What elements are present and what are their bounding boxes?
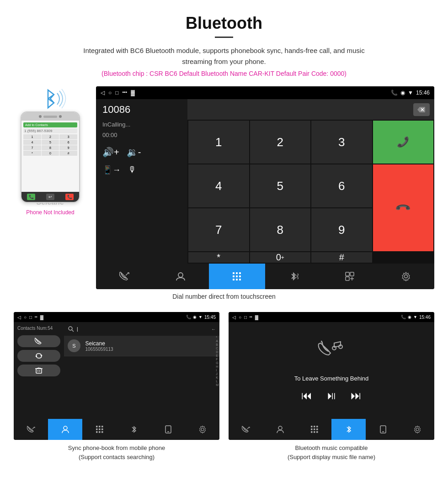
svg-point-32 <box>69 327 72 330</box>
mn-phone2[interactable] <box>366 419 400 440</box>
car-dialpad: 1 2 3 📞 4 5 6 📞 7 8 <box>187 99 434 264</box>
contact-list-item[interactable]: S Seicane 10655059113 <box>64 336 219 356</box>
volume-controls: 🔊+ 🔉- <box>102 147 181 158</box>
nav-settings-icon[interactable] <box>378 264 434 289</box>
call-accept-button[interactable]: 📞 <box>373 121 434 164</box>
mute-icon[interactable]: 🎙 <box>128 165 136 175</box>
phone-status-icon: 📞 <box>391 90 398 96</box>
dial-key-2[interactable]: 2 <box>250 121 311 164</box>
signal-bars: ▪▪▪ <box>123 90 128 96</box>
statusbar-left: ◁ ○ □ ▪▪▪ ▓ <box>101 90 135 96</box>
cn-phone2[interactable] <box>151 419 185 440</box>
cn-contacts-active[interactable] <box>48 419 82 440</box>
backspace-button[interactable] <box>413 103 430 116</box>
svg-rect-17 <box>346 272 349 276</box>
playpause-button[interactable]: ⏯ <box>326 389 337 402</box>
cs-back[interactable]: ◁ <box>17 315 21 320</box>
svg-rect-37 <box>99 426 101 428</box>
dial-key-3[interactable]: 3 <box>311 121 372 164</box>
dialpad-input-row <box>187 99 434 120</box>
call-action-btn[interactable] <box>17 335 60 347</box>
dial-key-0plus[interactable]: 0+ <box>250 252 311 263</box>
svg-rect-43 <box>99 431 101 433</box>
bluetooth-waves-icon <box>37 86 69 111</box>
svg-rect-10 <box>239 272 241 274</box>
ms-time: 15:46 <box>419 315 431 320</box>
bluetooth-icon-area <box>37 86 64 109</box>
cs-wifi: ▼ <box>198 315 203 319</box>
sync-action-btn[interactable] <box>17 350 60 362</box>
mn-bluetooth-active[interactable] <box>331 419 366 440</box>
car-statusbar: ◁ ○ □ ▪▪▪ ▓ 📞 ◉ ▼ 15:46 <box>96 86 434 99</box>
nav-phone-icon[interactable] <box>96 264 152 289</box>
music-bottom-nav <box>229 419 434 440</box>
dial-key-5[interactable]: 5 <box>250 164 311 207</box>
volume-up-icon[interactable]: 🔊+ <box>102 147 119 158</box>
dial-key-1[interactable]: 1 <box>188 121 249 164</box>
cn-bluetooth[interactable] <box>117 419 151 440</box>
mn-phone[interactable] <box>229 419 263 440</box>
svg-rect-12 <box>236 275 238 277</box>
svg-point-22 <box>405 275 408 278</box>
contacts-main-wrapper: | ← S Seicane 10655059113 <box>64 322 219 419</box>
nav-apps-icon[interactable] <box>321 264 378 289</box>
bottom-controls: 📱→ 🎙 <box>102 165 181 175</box>
dial-key-8[interactable]: 8 <box>250 208 311 251</box>
dialed-number: 10086 <box>102 104 181 116</box>
svg-point-7 <box>178 273 183 277</box>
mn-dialpad[interactable] <box>297 419 331 440</box>
dial-key-6[interactable]: 6 <box>311 164 372 207</box>
contacts-screenshot-block: ◁ ○ □ ▪▪ ▓ 📞 ◉ ▼ 15:45 Contacts Num:54 <box>14 312 219 465</box>
svg-point-47 <box>201 428 204 431</box>
mn-settings[interactable] <box>400 419 434 440</box>
home-icon[interactable]: ○ <box>108 90 112 96</box>
ms-wifi: ▼ <box>413 315 417 319</box>
dial-key-7[interactable]: 7 <box>188 208 249 251</box>
dial-key-9[interactable]: 9 <box>311 208 372 251</box>
contacts-count: Contacts Num:54 <box>17 326 60 331</box>
svg-rect-14 <box>233 279 235 280</box>
cs-recents[interactable]: □ <box>29 315 32 320</box>
dial-key-hash[interactable]: # <box>311 252 372 263</box>
back-icon[interactable]: ◁ <box>101 90 105 96</box>
svg-rect-44 <box>101 431 103 433</box>
svg-rect-54 <box>314 426 315 428</box>
svg-rect-40 <box>99 428 101 430</box>
cs-home[interactable]: ○ <box>24 315 27 320</box>
prev-button[interactable]: ⏮ <box>301 389 312 402</box>
volume-down-icon[interactable]: 🔉- <box>127 147 141 158</box>
ms-back[interactable]: ◁ <box>232 315 236 320</box>
nav-bluetooth-icon[interactable] <box>265 264 321 289</box>
call-end-button[interactable]: 📞 <box>373 164 434 251</box>
cn-dialpad[interactable] <box>82 419 117 440</box>
ms-home[interactable]: ○ <box>239 315 241 320</box>
ms-phone-icon: 📞 <box>401 315 406 319</box>
calling-status: InCalling... <box>102 121 181 128</box>
ms-recents[interactable]: □ <box>244 315 247 320</box>
svg-rect-41 <box>101 428 103 430</box>
music-body: To Leave Something Behind ⏮ ⏯ ⏭ <box>229 322 434 419</box>
dial-key-star[interactable]: * <box>188 252 249 263</box>
recents-icon[interactable]: □ <box>115 90 118 96</box>
cn-settings[interactable] <box>185 419 219 440</box>
cn-phone[interactable] <box>14 419 48 440</box>
contact-name: Seicane <box>85 340 113 347</box>
car-left-panel: 10086 InCalling... 00:00 🔊+ 🔉- 📱→ 🎙 <box>96 99 187 264</box>
transfer-icon[interactable]: 📱→ <box>102 165 121 175</box>
statusbar-right: 📞 ◉ ▼ 15:46 <box>391 90 430 96</box>
nav-dialpad-icon[interactable] <box>209 264 265 289</box>
alpha-index: *ABCD EFGHI JKLM <box>216 336 219 386</box>
page-header: Bluetooth Integrated with BC6 Bluetooth … <box>0 0 448 82</box>
music-icon-container <box>313 339 350 371</box>
mn-contacts[interactable] <box>263 419 297 440</box>
svg-rect-53 <box>311 426 313 428</box>
contacts-search-bar: | ← <box>64 322 219 336</box>
cs-battery: ▓ <box>40 315 43 320</box>
ms-location: ◉ <box>408 315 411 319</box>
svg-rect-13 <box>239 275 241 277</box>
delete-action-btn[interactable] <box>17 365 60 376</box>
nav-contacts-icon[interactable] <box>152 264 208 289</box>
next-button[interactable]: ⏭ <box>351 389 362 402</box>
svg-rect-36 <box>96 426 98 428</box>
dial-key-4[interactable]: 4 <box>188 164 249 207</box>
